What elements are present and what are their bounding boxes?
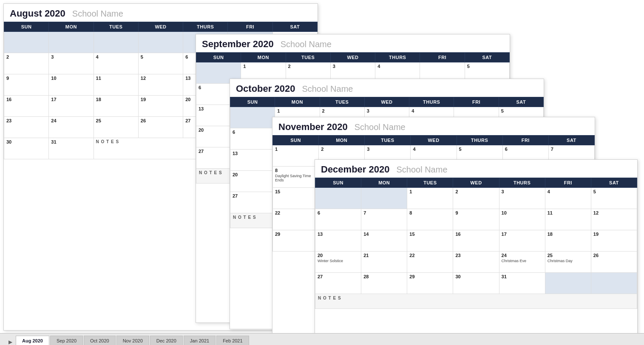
tab-oct-2020[interactable]: Oct 2020 [84, 336, 116, 345]
table-cell: 22 [407, 252, 453, 273]
oct-col-thu: THURS [409, 97, 454, 107]
oct-col-tue: TUES [320, 97, 364, 107]
sep-header: September 2020 School Name [196, 34, 510, 52]
notes-row: N O T E S [315, 294, 637, 309]
table-cell [545, 273, 591, 294]
table-cell: 26 [138, 117, 183, 138]
table-cell: 6 [315, 209, 361, 230]
table-cell: 21 [361, 252, 407, 273]
table-cell: 31 [49, 138, 94, 159]
tab-sep-2020[interactable]: Sep 2020 [50, 336, 83, 345]
oct-col-fri: FRI [454, 97, 499, 107]
nov-school: School Name [355, 122, 406, 132]
august-title: August 2020 [10, 8, 65, 19]
table-cell: 3 [49, 53, 94, 74]
table-cell: 18 [94, 96, 138, 117]
table-cell: 11 [545, 209, 591, 230]
table-cell: 30 [4, 138, 49, 159]
tab-aug-2020[interactable]: Aug 2020 [16, 336, 49, 345]
table-cell: 15 [273, 188, 319, 209]
table-cell: 8Daylight Saving Time Ends [273, 167, 319, 188]
tab-prev-arrow[interactable]: ▶ [9, 339, 12, 345]
nov-col-thu: THURS [457, 136, 502, 145]
dec-col-tue: TUES [407, 178, 453, 188]
table-cell [361, 188, 407, 209]
table-cell [94, 32, 138, 53]
table-cell: 29 [407, 273, 453, 294]
table-cell: 2 [4, 53, 49, 74]
table-cell: 5 [591, 188, 637, 209]
table-cell: 1 [273, 145, 319, 167]
tab-dec-2020[interactable]: Dec 2020 [150, 336, 183, 345]
table-cell: 9 [453, 209, 499, 230]
table-cell [230, 107, 275, 128]
sep-col-tue: TUES [286, 53, 330, 62]
oct-title: October 2020 [236, 83, 295, 94]
table-cell [49, 32, 94, 53]
table-cell: 11 [94, 74, 138, 96]
table-cell: 4 [94, 53, 138, 74]
table-cell: 13 [230, 150, 275, 171]
table-cell: 7 [361, 209, 407, 230]
dec-col-sun: SUN [315, 178, 361, 188]
table-row: 13 14 15 16 17 18 19 [315, 230, 637, 252]
dec-col-sat: SAT [591, 178, 637, 188]
notes-cell: N O T E S [315, 294, 637, 309]
dec-table: SUN MON TUES WED THURS FRI SAT 1 2 3 4 5… [315, 178, 637, 309]
table-cell: 4 [545, 188, 591, 209]
table-cell [4, 32, 49, 53]
aug-col-fri: FRI [228, 22, 272, 32]
aug-col-mon: MON [49, 22, 94, 32]
dec-school: School Name [396, 165, 447, 175]
sep-school: School Name [281, 40, 332, 49]
table-cell: 27 [315, 273, 361, 294]
dec-col-thu: THURS [499, 178, 545, 188]
table-cell: 3 [499, 188, 545, 209]
aug-col-thu: THURS [183, 22, 228, 32]
table-row: 20Winter Solstice 21 22 23 24Christmas E… [315, 252, 637, 273]
sep-col-fri: FRI [420, 53, 465, 62]
dec-title: December 2020 [321, 164, 389, 175]
table-cell: 16 [453, 230, 499, 252]
table-cell: 1 [407, 188, 453, 209]
table-cell [138, 32, 183, 53]
table-cell: 29 [273, 230, 319, 252]
august-school: School Name [72, 9, 123, 19]
oct-col-mon: MON [275, 97, 320, 107]
table-cell: 20 [230, 171, 275, 192]
sep-title: September 2020 [202, 39, 274, 50]
nov-title: November 2020 [278, 122, 348, 133]
aug-col-tue: TUES [94, 22, 138, 32]
aug-col-wed: WED [138, 22, 183, 32]
oct-col-sat: SAT [499, 97, 543, 107]
table-cell: 25Christmas Day [545, 252, 591, 273]
table-cell [591, 273, 637, 294]
table-cell: 19 [591, 230, 637, 252]
nov-col-mon: MON [319, 136, 365, 145]
table-cell: 24 [49, 117, 94, 138]
sep-col-sun: SUN [196, 53, 241, 62]
table-cell: 8 [407, 209, 453, 230]
tab-jan-2021[interactable]: Jan 2021 [184, 336, 216, 345]
table-cell: 31 [499, 273, 545, 294]
table-cell: 20Winter Solstice [315, 252, 361, 273]
table-cell: 18 [545, 230, 591, 252]
table-cell: 9 [4, 74, 49, 96]
sep-col-mon: MON [241, 53, 286, 62]
nov-col-tue: TUES [365, 136, 411, 145]
table-cell: 10 [49, 74, 94, 96]
tab-feb-2021[interactable]: Feb 2021 [216, 336, 249, 345]
tab-nov-2020[interactable]: Nov 2020 [116, 336, 149, 345]
table-cell: 23 [453, 252, 499, 273]
table-cell: 24Christmas Eve [499, 252, 545, 273]
oct-school: School Name [302, 84, 353, 94]
table-row: 6 7 8 9 10 11 12 [315, 209, 637, 230]
table-cell: 12 [138, 74, 183, 96]
table-cell: 30 [453, 273, 499, 294]
nov-col-wed: WED [411, 136, 457, 145]
table-cell: 19 [138, 96, 183, 117]
tab-bar: ▶ Aug 2020 Sep 2020 Oct 2020 Nov 2020 De… [0, 333, 644, 345]
table-cell [315, 188, 361, 209]
dec-col-mon: MON [361, 178, 407, 188]
dec-col-fri: FRI [545, 178, 591, 188]
